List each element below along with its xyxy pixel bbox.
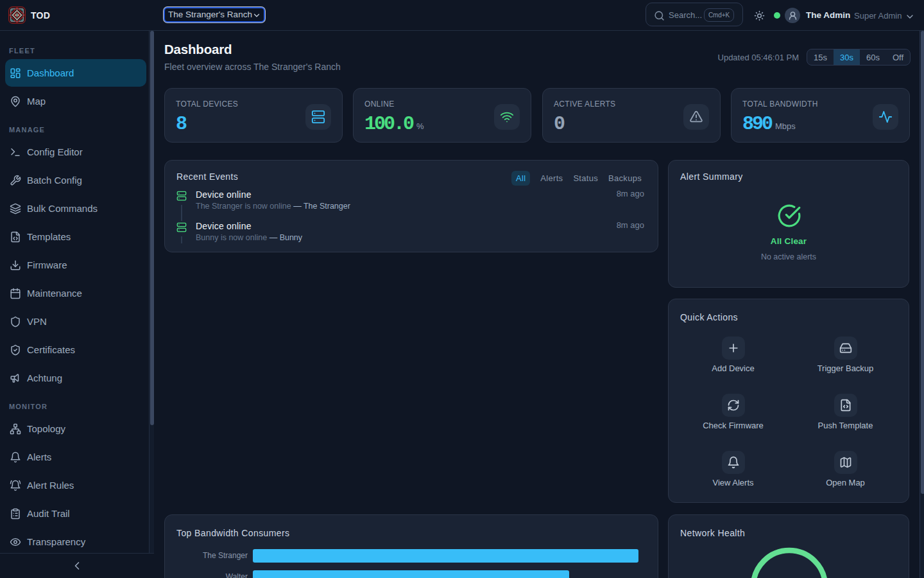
svg-text:100: 100 (775, 575, 805, 578)
